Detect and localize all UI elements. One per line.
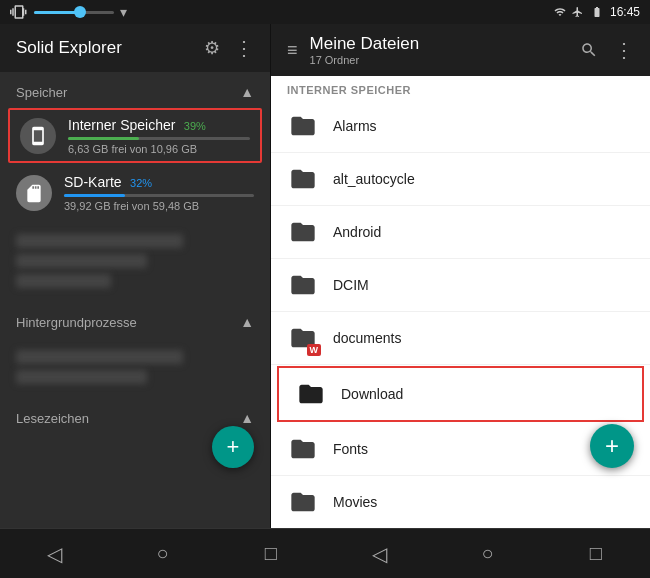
- folder-wrapper-documents: W: [287, 322, 319, 354]
- wifi-icon: [553, 6, 567, 18]
- back-button-right[interactable]: ◁: [359, 534, 399, 574]
- status-bar-left: ▾: [10, 3, 127, 21]
- sd-storage-name: SD-Karte: [64, 174, 122, 190]
- file-item-download[interactable]: Download: [277, 366, 644, 422]
- blurred-item-4: [16, 350, 183, 364]
- right-panel-subtitle: 17 Ordner: [310, 54, 568, 66]
- sd-card-icon: [16, 175, 52, 211]
- main-content: Solid Explorer ⚙ ⋮ Speicher ▲ Interner S…: [0, 24, 650, 528]
- search-icon[interactable]: [580, 41, 598, 59]
- folder-icon-download: [295, 378, 327, 410]
- blurred-item-2: [16, 254, 147, 268]
- folder-icon-dcim: [287, 269, 319, 301]
- more-icon[interactable]: ⋮: [234, 36, 254, 60]
- chevron-down-icon: ▾: [120, 4, 127, 20]
- right-panel: ≡ Meine Dateien 17 Ordner ⋮ INTERNER SPE…: [271, 24, 650, 528]
- file-item-movies[interactable]: Movies: [271, 476, 650, 528]
- folder-icon-alt-autocycle: [287, 163, 319, 195]
- blurred-area-2: [0, 336, 270, 398]
- file-name-alt-autocycle: alt_autocycle: [333, 171, 415, 187]
- left-header: Solid Explorer ⚙ ⋮: [0, 24, 270, 72]
- blurred-area-1: [0, 220, 270, 302]
- file-name-alarms: Alarms: [333, 118, 377, 134]
- file-name-dcim: DCIM: [333, 277, 369, 293]
- recent-button-left[interactable]: □: [251, 534, 291, 574]
- right-header-info: Meine Dateien 17 Ordner: [310, 34, 568, 66]
- app-title: Solid Explorer: [16, 38, 122, 58]
- interner-storage-free: 6,63 GB frei von 10,96 GB: [68, 143, 250, 155]
- right-header: ≡ Meine Dateien 17 Ordner ⋮: [271, 24, 650, 76]
- bottom-nav-left: ◁ ○ □: [0, 528, 325, 578]
- file-name-movies: Movies: [333, 494, 377, 510]
- fab-left-icon: +: [227, 436, 240, 458]
- home-button-left[interactable]: ○: [142, 534, 182, 574]
- time-display: 16:45: [610, 5, 640, 19]
- status-bar: ▾ 16:45: [0, 0, 650, 24]
- volume-slider-area: ▾: [10, 3, 127, 21]
- bottom-nav-right: ◁ ○ □: [325, 528, 650, 578]
- wps-badge: W: [307, 344, 322, 356]
- interner-speicher-item[interactable]: Interner Speicher 39% 6,63 GB frei von 1…: [8, 108, 262, 163]
- file-name-android: Android: [333, 224, 381, 240]
- sd-storage-percent: 32%: [130, 177, 152, 189]
- sd-storage-free: 39,92 GB frei von 59,48 GB: [64, 200, 254, 212]
- lesezeichen-chevron-icon: ▲: [240, 410, 254, 426]
- folder-icon-android: [287, 216, 319, 248]
- settings-icon[interactable]: ⚙: [204, 37, 220, 59]
- interner-storage-name: Interner Speicher: [68, 117, 175, 133]
- recent-button-right[interactable]: □: [576, 534, 616, 574]
- interner-storage-info: Interner Speicher 39% 6,63 GB frei von 1…: [68, 116, 250, 155]
- left-panel: Solid Explorer ⚙ ⋮ Speicher ▲ Interner S…: [0, 24, 270, 528]
- blurred-item-5: [16, 370, 147, 384]
- sd-icon: [24, 183, 44, 203]
- sd-karte-item[interactable]: SD-Karte 32% 39,92 GB frei von 59,48 GB: [0, 165, 270, 220]
- internal-storage-icon: [20, 118, 56, 154]
- folder-icon-fonts: [287, 433, 319, 465]
- speicher-chevron-icon: ▲: [240, 84, 254, 100]
- sd-storage-bar: [64, 194, 125, 197]
- hamburger-icon[interactable]: ≡: [287, 40, 298, 61]
- right-panel-title: Meine Dateien: [310, 34, 568, 54]
- speicher-label: Speicher: [16, 85, 67, 100]
- fab-left-button[interactable]: +: [212, 426, 254, 468]
- sd-storage-info: SD-Karte 32% 39,92 GB frei von 59,48 GB: [64, 173, 254, 212]
- phone-icon: [28, 126, 48, 146]
- file-item-dcim[interactable]: DCIM: [271, 259, 650, 312]
- internal-storage-section-label: INTERNER SPEICHER: [271, 76, 650, 100]
- file-item-android[interactable]: Android: [271, 206, 650, 259]
- fab-right-button[interactable]: +: [590, 424, 634, 468]
- folder-icon-alarms: [287, 110, 319, 142]
- blurred-item-3: [16, 274, 111, 288]
- vibrate-icon: [10, 3, 28, 21]
- airplane-icon: [571, 6, 584, 18]
- file-name-fonts: Fonts: [333, 441, 368, 457]
- status-bar-right: 16:45: [553, 5, 640, 19]
- file-name-download: Download: [341, 386, 403, 402]
- interner-storage-bar: [68, 137, 139, 140]
- interner-storage-percent: 39%: [184, 120, 206, 132]
- interner-storage-bar-container: [68, 137, 250, 140]
- file-item-alarms[interactable]: Alarms: [271, 100, 650, 153]
- folder-icon-movies: [287, 486, 319, 518]
- hintergrundprozesse-label: Hintergrundprozesse: [16, 315, 137, 330]
- lesezeichen-label: Lesezeichen: [16, 411, 89, 426]
- file-item-alt-autocycle[interactable]: alt_autocycle: [271, 153, 650, 206]
- brightness-slider[interactable]: [34, 11, 114, 14]
- right-header-icons: ⋮: [580, 38, 634, 62]
- sd-storage-bar-container: [64, 194, 254, 197]
- back-button-left[interactable]: ◁: [34, 534, 74, 574]
- file-name-documents: documents: [333, 330, 401, 346]
- hintergrundprozesse-header: Hintergrundprozesse ▲: [0, 302, 270, 336]
- bottom-nav: ◁ ○ □ ◁ ○ □: [0, 528, 650, 578]
- fab-right-icon: +: [605, 434, 619, 458]
- file-item-documents[interactable]: W documents: [271, 312, 650, 365]
- hintergrundprozesse-chevron-icon: ▲: [240, 314, 254, 330]
- more-options-icon[interactable]: ⋮: [614, 38, 634, 62]
- speicher-section-header: Speicher ▲: [0, 72, 270, 106]
- battery-icon: [588, 6, 606, 18]
- left-header-icons: ⚙ ⋮: [204, 36, 254, 60]
- home-button-right[interactable]: ○: [467, 534, 507, 574]
- file-list: Alarms alt_autocycle Android: [271, 100, 650, 528]
- blurred-item-1: [16, 234, 183, 248]
